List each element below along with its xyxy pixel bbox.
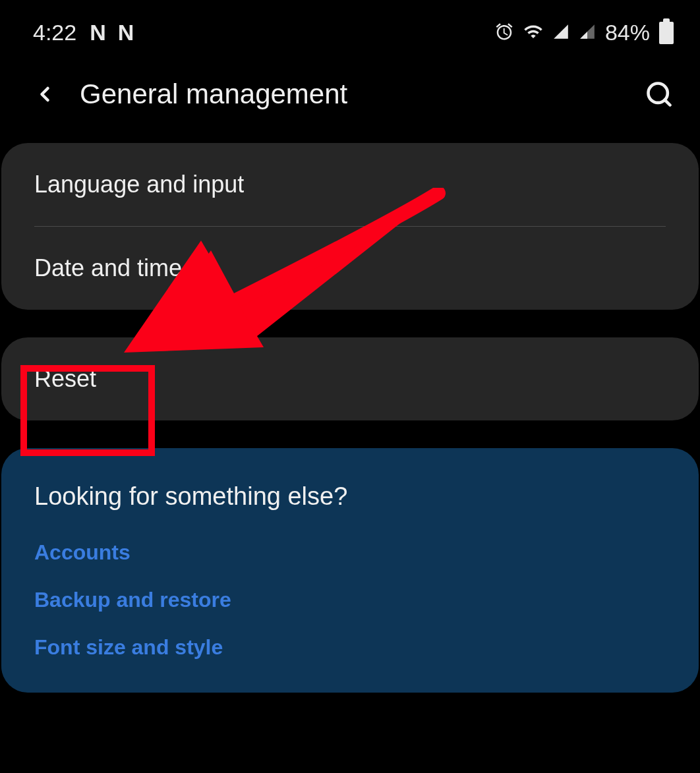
settings-group-2: Reset: [1, 337, 699, 420]
settings-item-language-input[interactable]: Language and input: [1, 143, 699, 226]
settings-item-label: Language and input: [34, 171, 244, 198]
settings-item-date-time[interactable]: Date and time: [1, 227, 699, 310]
alarm-icon: [494, 22, 514, 44]
header: General management: [0, 59, 700, 143]
battery-icon: [659, 22, 674, 44]
settings-item-reset[interactable]: Reset: [1, 337, 699, 420]
signal-icon-2: [579, 23, 596, 43]
app-notification-icon-2: N: [118, 20, 133, 45]
status-time: 4:22: [33, 20, 76, 45]
battery-percent: 84%: [605, 20, 650, 45]
suggestions-title: Looking for something else?: [34, 482, 666, 511]
signal-icon-1: [552, 23, 569, 43]
suggestion-link-backup-restore[interactable]: Backup and restore: [34, 588, 666, 612]
suggestions-card: Looking for something else? Accounts Bac…: [1, 448, 699, 693]
status-bar: 4:22 N N 84%: [0, 0, 700, 59]
settings-item-label: Reset: [34, 365, 96, 392]
suggestion-link-font-size-style[interactable]: Font size and style: [34, 635, 666, 660]
settings-item-label: Date and time: [34, 254, 182, 281]
svg-line-1: [665, 100, 670, 105]
page-title: General management: [80, 78, 645, 110]
search-button[interactable]: [645, 80, 674, 109]
wifi-icon: [523, 22, 543, 44]
back-button[interactable]: [33, 80, 57, 109]
settings-group-1: Language and input Date and time: [1, 143, 699, 310]
suggestion-link-accounts[interactable]: Accounts: [34, 540, 666, 565]
app-notification-icon-1: N: [90, 20, 105, 45]
